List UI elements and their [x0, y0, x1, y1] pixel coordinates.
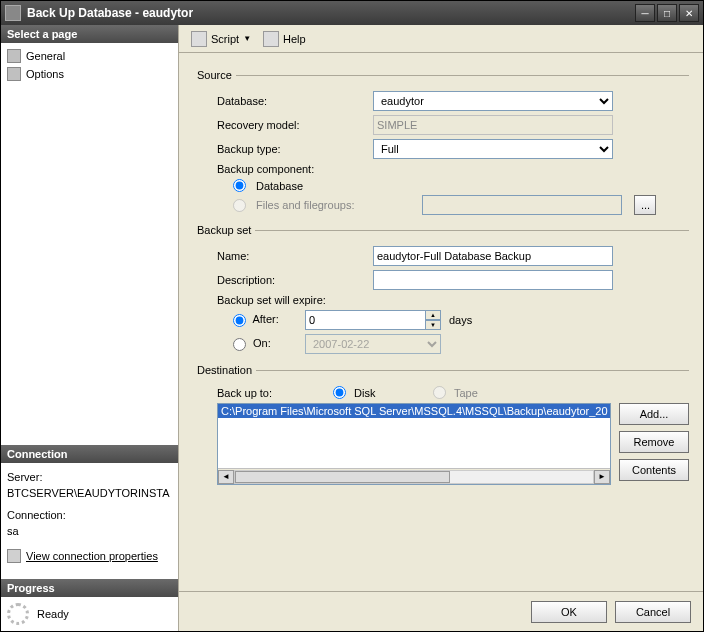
dialog-footer: OK Cancel — [179, 591, 703, 631]
scroll-thumb[interactable] — [235, 471, 450, 483]
database-combo[interactable]: eaudytor — [373, 91, 613, 111]
left-panel: Select a page General Options Connection… — [1, 25, 179, 631]
recovery-model-value: SIMPLE — [373, 115, 613, 135]
backup-component-label: Backup component: — [193, 163, 373, 175]
backupset-legend: Backup set — [193, 224, 255, 236]
expire-on-radio[interactable] — [233, 338, 246, 351]
right-panel: Script ▼ Help Source Database: eaudytor — [179, 25, 703, 631]
description-label: Description: — [193, 274, 373, 286]
expire-label: Backup set will expire: — [193, 294, 373, 306]
server-value: BTCSERVER\EAUDYTORINSTA — [7, 485, 172, 501]
cancel-button[interactable]: Cancel — [615, 601, 691, 623]
conn-value: sa — [7, 523, 172, 539]
ok-button[interactable]: OK — [531, 601, 607, 623]
component-files-radio — [233, 199, 246, 212]
destination-legend: Destination — [193, 364, 256, 376]
script-dropdown-arrow[interactable]: ▼ — [243, 34, 251, 43]
name-input[interactable] — [373, 246, 613, 266]
script-label: Script — [211, 33, 239, 45]
page-general-label: General — [26, 50, 65, 62]
connection-properties-icon — [7, 549, 21, 563]
window-title: Back Up Database - eaudytor — [27, 6, 635, 20]
expire-after-label: After: — [252, 313, 278, 325]
page-options[interactable]: Options — [7, 65, 172, 83]
backupto-label: Back up to: — [193, 387, 333, 399]
expire-on-label: On: — [253, 337, 271, 349]
horizontal-scrollbar[interactable]: ◄ ► — [218, 468, 610, 484]
minimize-button[interactable]: ─ — [635, 4, 655, 22]
tape-radio — [433, 386, 446, 399]
progress-header: Progress — [1, 579, 178, 597]
page-options-icon — [7, 67, 21, 81]
stepper-down-icon[interactable]: ▼ — [425, 320, 441, 330]
recovery-model-label: Recovery model: — [193, 119, 373, 131]
source-group: Source Database: eaudytor Recovery model… — [193, 69, 689, 218]
connection-header: Connection — [1, 445, 178, 463]
backup-type-combo[interactable]: Full — [373, 139, 613, 159]
script-icon — [191, 31, 207, 47]
close-button[interactable]: ✕ — [679, 4, 699, 22]
tape-label: Tape — [454, 387, 478, 399]
page-general-icon — [7, 49, 21, 63]
destination-list[interactable]: C:\Program Files\Microsoft SQL Server\MS… — [217, 403, 611, 485]
scroll-right-icon[interactable]: ► — [594, 470, 610, 484]
name-label: Name: — [193, 250, 373, 262]
page-options-label: Options — [26, 68, 64, 80]
filegroups-textbox — [422, 195, 622, 215]
days-label: days — [449, 314, 472, 326]
destination-path-item[interactable]: C:\Program Files\Microsoft SQL Server\MS… — [218, 404, 610, 418]
filegroups-browse-button[interactable]: ... — [634, 195, 656, 215]
backup-type-label: Backup type: — [193, 143, 373, 155]
backupset-group: Backup set Name: Description: Backup set… — [193, 224, 689, 358]
destination-group: Destination Back up to: Disk Tape — [193, 364, 689, 489]
pages-header: Select a page — [1, 25, 178, 43]
help-label: Help — [283, 33, 306, 45]
description-input[interactable] — [373, 270, 613, 290]
conn-label: Connection: — [7, 507, 172, 523]
database-label: Database: — [193, 95, 373, 107]
component-database-label: Database — [256, 180, 303, 192]
dialog-window: Back Up Database - eaudytor ─ □ ✕ Select… — [0, 0, 704, 632]
server-label: Server: — [7, 469, 172, 485]
stepper-up-icon[interactable]: ▲ — [425, 310, 441, 320]
disk-radio[interactable] — [333, 386, 346, 399]
source-legend: Source — [193, 69, 236, 81]
progress-status: Ready — [37, 608, 69, 620]
component-files-label: Files and filegroups: — [256, 199, 416, 211]
remove-button[interactable]: Remove — [619, 431, 689, 453]
script-button[interactable]: Script ▼ — [187, 29, 255, 49]
app-icon — [5, 5, 21, 21]
help-button[interactable]: Help — [259, 29, 310, 49]
contents-button[interactable]: Contents — [619, 459, 689, 481]
toolbar: Script ▼ Help — [179, 25, 703, 53]
expire-on-date: 2007-02-22 — [305, 334, 441, 354]
maximize-button[interactable]: □ — [657, 4, 677, 22]
help-icon — [263, 31, 279, 47]
expire-after-input[interactable] — [305, 310, 425, 330]
component-database-radio[interactable] — [233, 179, 246, 192]
page-general[interactable]: General — [7, 47, 172, 65]
disk-label: Disk — [354, 387, 375, 399]
titlebar[interactable]: Back Up Database - eaudytor ─ □ ✕ — [1, 1, 703, 25]
expire-after-radio[interactable] — [233, 314, 246, 327]
scroll-left-icon[interactable]: ◄ — [218, 470, 234, 484]
progress-spinner-icon — [7, 603, 29, 625]
add-button[interactable]: Add... — [619, 403, 689, 425]
view-connection-properties-link[interactable]: View connection properties — [26, 550, 158, 562]
